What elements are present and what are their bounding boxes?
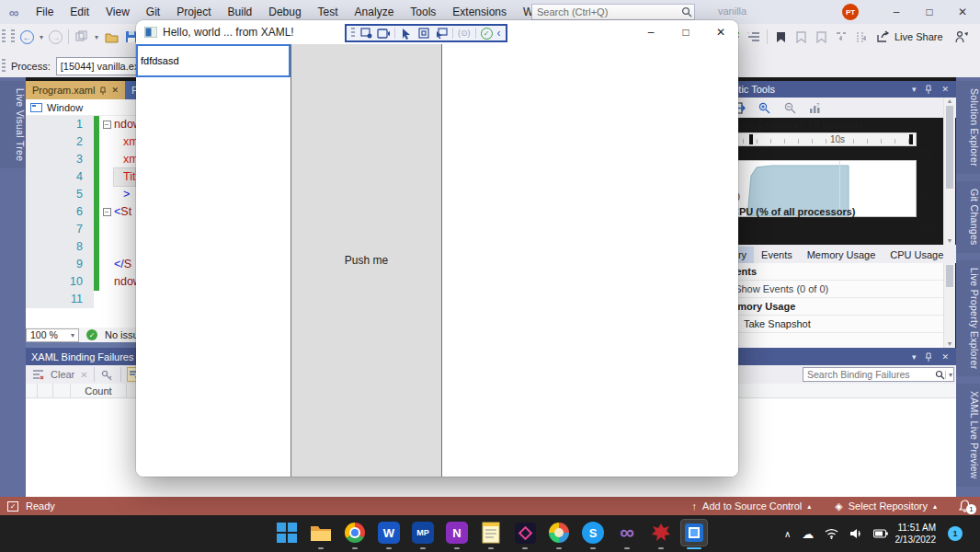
fold-collapse-icon[interactable]: − [103,121,111,129]
affinity-photo-button[interactable] [513,521,537,545]
track-focused-element-icon[interactable] [435,27,448,40]
toolbar-grip[interactable] [2,59,6,74]
menu-file[interactable]: File [28,0,62,24]
indent-guides-icon[interactable] [854,29,869,44]
feedback-person-icon[interactable] [954,29,969,44]
new-item-caret-icon[interactable]: ▾ [95,33,98,41]
tab-solution-explorer[interactable]: Solution Explorer [956,81,980,174]
add-to-source-control-button[interactable]: Add to Source Control [702,500,802,512]
wpf-app-window[interactable]: Hello, world ... from XAML! – □ ✕ (⊙) ✓ … [136,20,738,477]
app-close-button[interactable]: ✕ [703,20,738,44]
account-avatar[interactable]: PT [842,4,859,20]
enable-selection-icon[interactable] [400,27,413,40]
screen-capture-icon[interactable] [377,27,390,40]
taskbar-clock[interactable]: 11:51 AM 2/13/2022 [883,523,936,546]
go-to-live-visual-tree-icon[interactable] [359,27,372,40]
tab-xaml-live-preview[interactable]: XAML Live Preview [956,384,980,487]
bookmark-icon[interactable] [773,29,788,44]
toolbar-grip[interactable] [351,28,355,39]
editor-zoom-combobox[interactable]: 100 % ▾ [26,328,79,342]
skype-button[interactable]: S [581,521,605,545]
scroll-down-icon[interactable]: ▼ [944,340,955,347]
menu-edit[interactable]: Edit [62,0,97,24]
collapse-toolbar-icon[interactable]: ‹ [497,27,501,40]
chart-options-icon[interactable]: ? [808,100,823,115]
next-bookmark-icon[interactable] [814,29,828,44]
scrollbar-thumb[interactable] [946,106,953,189]
red-app-button[interactable] [649,521,673,545]
live-share-button[interactable]: Live Share [875,29,943,44]
close-icon[interactable]: ✕ [111,86,119,95]
previous-bookmark-icon[interactable] [793,29,808,44]
visual-studio-button[interactable]: ∞ [615,521,639,545]
scroll-down-icon[interactable]: ▼ [944,237,955,244]
notepad-button[interactable] [479,521,503,545]
toolbar-grip[interactable] [2,29,6,44]
panel-dropdown-icon[interactable]: ▾ [912,352,917,362]
onedrive-cloud-icon[interactable]: ☁ [802,527,814,541]
chrome-button[interactable] [343,521,367,545]
notifications-bell-button[interactable]: 1 [959,500,971,512]
back-dropdown-caret-icon[interactable]: ▾ [40,33,43,41]
clear-button[interactable]: Clear [51,369,74,380]
toolbar-grip[interactable] [11,29,15,44]
hot-reload-success-icon[interactable]: ✓ [481,28,493,40]
panel-dropdown-icon[interactable]: ▾ [912,85,917,94]
start-button[interactable] [275,521,299,545]
tab-cpu-usage[interactable]: CPU Usage [883,247,951,263]
wifi-icon[interactable] [825,528,838,539]
app-maximize-button[interactable]: □ [668,20,703,44]
onenote-button[interactable]: N [445,521,469,545]
tray-chevron-up-icon[interactable]: ∧ [784,529,791,539]
quick-search-input[interactable] [532,6,679,17]
panel-close-icon[interactable]: ✕ [941,85,949,94]
xaml-inapp-toolbar[interactable]: (⊙) ✓ ‹ [345,24,507,42]
quick-search-box[interactable] [531,4,695,20]
fold-collapse-icon[interactable]: − [103,208,111,216]
navigate-forward-button[interactable]: → [49,30,63,44]
menu-view[interactable]: View [97,0,138,24]
zoom-out-icon[interactable] [782,100,797,115]
binding-search-input[interactable] [803,369,935,380]
word-wrap-icon[interactable] [834,29,849,44]
zoom-in-icon[interactable] [757,100,771,115]
panel-pin-icon[interactable] [925,352,932,362]
word-button[interactable]: W [377,521,401,545]
select-repository-button[interactable]: Select Repository [849,500,928,512]
tab-live-property-explorer[interactable]: Live Property Explorer [956,260,980,376]
tab-live-visual-tree[interactable]: Live Visual Tree [0,81,26,168]
paint-button[interactable] [547,521,571,545]
diagnostics-scrollbar[interactable]: ▲ ▼ [943,98,955,245]
navigate-back-button[interactable]: ← [20,30,34,44]
notification-center-badge[interactable]: 1 [948,526,963,541]
delete-icon[interactable]: ✕ [80,370,87,380]
count-column-header[interactable]: Count [71,385,126,397]
scrollbar-thumb[interactable] [946,265,953,287]
display-layout-adorners-icon[interactable] [417,27,430,40]
panel-pin-icon[interactable] [925,85,932,94]
clear-list-icon[interactable] [30,367,45,382]
open-folder-icon[interactable] [104,29,119,44]
push-me-button[interactable]: Push me [291,44,442,477]
hot-reload-icon[interactable]: (⊙) [458,29,471,38]
vs-minimize-button[interactable]: – [881,0,912,24]
background-tasks-icon[interactable]: ✓ [7,501,18,512]
panel-close-icon[interactable]: ✕ [941,352,949,362]
mp-app-button[interactable]: MP [411,521,435,545]
summary-scrollbar[interactable]: ▼ [943,263,955,348]
pin-icon[interactable] [99,86,107,95]
active-app-button[interactable] [680,519,708,546]
new-item-icon[interactable] [74,29,89,44]
app-minimize-button[interactable]: – [633,20,668,44]
scroll-up-icon[interactable]: ▲ [944,98,955,104]
volume-icon[interactable] [849,528,862,539]
vs-close-button[interactable]: ✕ [947,0,978,24]
app-textbox[interactable] [136,44,291,77]
filter-key-icon[interactable] [100,367,115,382]
tab-memory-usage[interactable]: Memory Usage [800,247,883,263]
tab-events[interactable]: Events [754,247,800,263]
timeline-start-marker[interactable] [749,134,753,144]
timeline-end-marker[interactable] [909,134,913,144]
tab-program-xaml[interactable]: Program.xaml ✕ [26,81,125,99]
binding-search-box[interactable]: ▾ [803,367,954,382]
